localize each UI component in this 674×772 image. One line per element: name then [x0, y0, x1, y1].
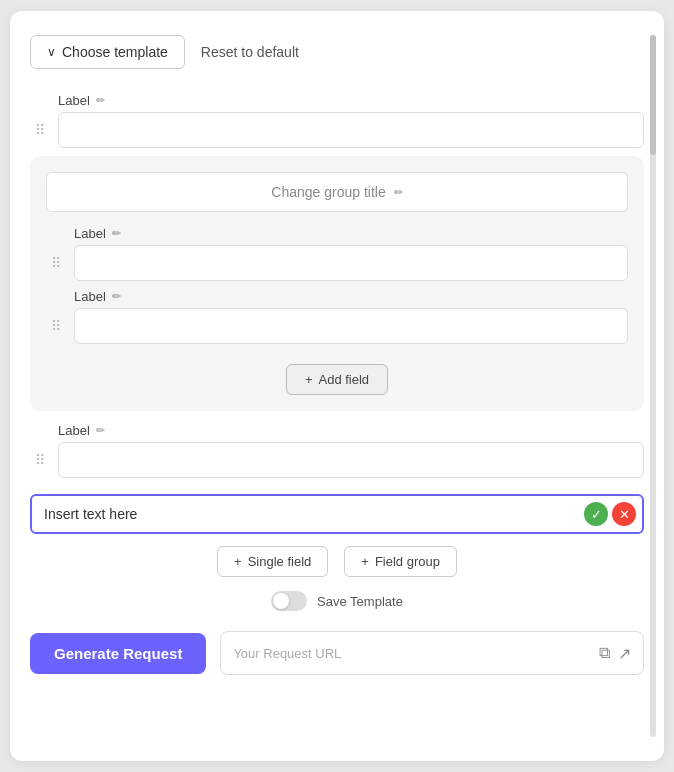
single-field-plus-icon: +	[234, 554, 242, 569]
group-field-2-input[interactable]	[74, 308, 628, 344]
group-title-text: Change group title	[271, 184, 385, 200]
scrollbar-thumb[interactable]	[650, 35, 656, 155]
url-placeholder-text: Your Request URL	[233, 646, 341, 661]
scrollbar-track[interactable]	[650, 35, 656, 737]
group-field-1-input-row: ⠿	[46, 245, 628, 281]
top-field-edit-icon[interactable]: ✏	[96, 94, 105, 107]
top-field-input-row: ⠿	[30, 112, 644, 148]
bottom-actions: Generate Request Your Request URL ⧉ ↗	[30, 631, 644, 675]
url-icons: ⧉ ↗	[599, 644, 631, 663]
field-group-label: Field group	[375, 554, 440, 569]
choose-template-button[interactable]: ∨ Choose template	[30, 35, 185, 69]
insert-text-wrapper: ✓ ✕	[30, 494, 644, 534]
after-group-label-row: Label ✏	[58, 423, 644, 438]
save-template-row: Save Template	[30, 591, 644, 611]
chevron-down-icon: ∨	[47, 45, 56, 59]
group-field-2-label-row: Label ✏	[74, 289, 628, 304]
save-template-toggle[interactable]	[271, 591, 307, 611]
reset-to-default-button[interactable]: Reset to default	[201, 44, 299, 60]
group-field-1-drag-handle[interactable]: ⠿	[46, 255, 66, 271]
group-field-2-input-row: ⠿	[46, 308, 628, 344]
group-container: Change group title ✏ Label ✏ ⠿ Label ✏ ⠿	[30, 156, 644, 411]
top-field-input[interactable]	[58, 112, 644, 148]
add-field-group-button[interactable]: + Field group	[344, 546, 457, 577]
top-field-row: Label ✏ ⠿	[30, 93, 644, 148]
url-box: Your Request URL ⧉ ↗	[220, 631, 644, 675]
field-group-plus-icon: +	[361, 554, 369, 569]
group-title-input[interactable]: Change group title ✏	[46, 172, 628, 212]
add-single-field-button[interactable]: + Single field	[217, 546, 328, 577]
after-group-field-input-row: ⠿	[30, 442, 644, 478]
group-field-1-row: Label ✏ ⠿	[46, 226, 628, 281]
main-card: ∨ Choose template Reset to default Label…	[10, 11, 664, 761]
group-field-2-drag-handle[interactable]: ⠿	[46, 318, 66, 334]
group-field-2-edit-icon[interactable]: ✏	[112, 290, 121, 303]
add-buttons-row: + Single field + Field group	[30, 546, 644, 577]
save-template-label: Save Template	[317, 594, 403, 609]
insert-icons: ✓ ✕	[584, 502, 636, 526]
after-group-drag-handle[interactable]: ⠿	[30, 452, 50, 468]
top-label-row: Label ✏	[58, 93, 644, 108]
add-field-button[interactable]: + Add field	[286, 364, 388, 395]
group-field-2-label: Label	[74, 289, 106, 304]
generate-request-button[interactable]: Generate Request	[30, 633, 206, 674]
choose-template-label: Choose template	[62, 44, 168, 60]
after-group-field-input[interactable]	[58, 442, 644, 478]
group-field-1-label-row: Label ✏	[74, 226, 628, 241]
after-group-field-label: Label	[58, 423, 90, 438]
group-field-2-row: Label ✏ ⠿	[46, 289, 628, 344]
confirm-icon[interactable]: ✓	[584, 502, 608, 526]
open-external-icon[interactable]: ↗	[618, 644, 631, 663]
add-field-plus-icon: +	[305, 372, 313, 387]
toolbar: ∨ Choose template Reset to default	[30, 35, 644, 69]
group-field-1-input[interactable]	[74, 245, 628, 281]
insert-text-input[interactable]	[30, 494, 644, 534]
after-group-field-row: Label ✏ ⠿	[30, 423, 644, 478]
group-title-edit-icon[interactable]: ✏	[394, 186, 403, 199]
single-field-label: Single field	[248, 554, 312, 569]
group-field-1-edit-icon[interactable]: ✏	[112, 227, 121, 240]
group-field-1-label: Label	[74, 226, 106, 241]
add-field-label: Add field	[319, 372, 370, 387]
copy-icon[interactable]: ⧉	[599, 644, 610, 663]
top-field-label: Label	[58, 93, 90, 108]
top-field-drag-handle[interactable]: ⠿	[30, 122, 50, 138]
after-group-field-edit-icon[interactable]: ✏	[96, 424, 105, 437]
group-title-row: Change group title ✏	[46, 172, 628, 212]
cancel-icon[interactable]: ✕	[612, 502, 636, 526]
